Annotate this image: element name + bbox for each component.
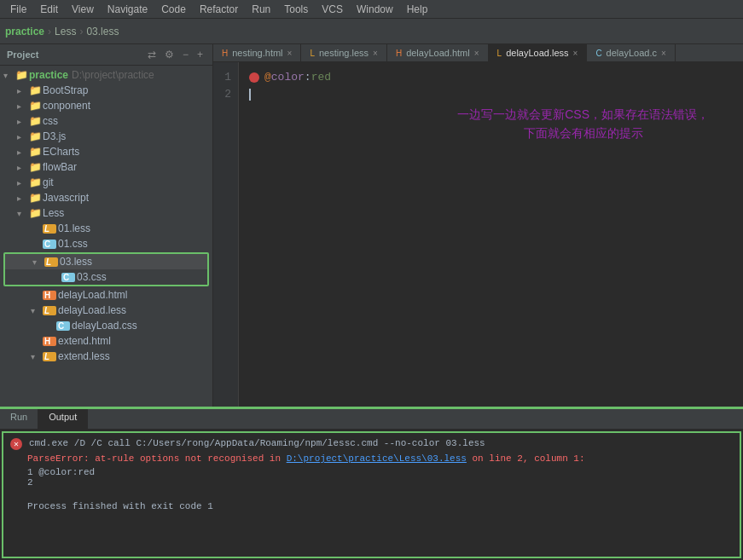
bottom-tab-output[interactable]: Output bbox=[38, 409, 88, 429]
menu-navigate[interactable]: Navigate bbox=[101, 2, 154, 17]
folder-icon-bootstrap: 📁 bbox=[29, 84, 43, 96]
css-icon-01css: C bbox=[43, 240, 56, 249]
tree-item-bootstrap[interactable]: ▸ 📁 BootStrap bbox=[0, 83, 212, 98]
tree-path-practice: D:\project\practice bbox=[72, 69, 154, 81]
tree-item-git[interactable]: ▸ 📁 git bbox=[0, 175, 212, 190]
tab-close-nesting-html[interactable]: × bbox=[287, 49, 293, 58]
folder-icon-flowbar: 📁 bbox=[29, 161, 43, 173]
tree-item-flowbar[interactable]: ▸ 📁 flowBar bbox=[0, 159, 212, 175]
tab-close-delayload-html[interactable]: × bbox=[474, 49, 479, 58]
menu-code[interactable]: Code bbox=[154, 2, 193, 17]
menu-view[interactable]: View bbox=[65, 2, 101, 17]
tree-item-less[interactable]: ▾ 📁 Less bbox=[0, 205, 212, 221]
folder-icon-conponent: 📁 bbox=[29, 100, 43, 112]
tree-label-practice: practice bbox=[29, 69, 68, 81]
tab-delayload-less[interactable]: L delayLoad.less × bbox=[489, 44, 588, 61]
tree-arrow-extendless: ▾ bbox=[31, 352, 43, 361]
menu-edit[interactable]: Edit bbox=[33, 2, 65, 17]
annotation-line1: 一边写一边就会更新CSS，如果存在语法错误， bbox=[457, 105, 709, 124]
folder-icon-practice: 📁 bbox=[15, 69, 29, 81]
tab-label-nesting-html: nesting.html bbox=[232, 48, 282, 58]
tree-arrow-delayloadless: ▾ bbox=[31, 306, 43, 315]
tree-label-git: git bbox=[43, 176, 54, 188]
menu-vcs[interactable]: VCS bbox=[315, 2, 350, 17]
less-icon-03less: L bbox=[44, 257, 58, 267]
tree-arrow-d3js: ▸ bbox=[17, 132, 29, 141]
breadcrumb: practice › Less › 03.less bbox=[5, 26, 119, 38]
html-icon-extendhtml: H bbox=[43, 337, 56, 346]
console-row-2: ParseError: at-rule options not recognis… bbox=[27, 453, 733, 464]
tree-item-javascript[interactable]: ▸ 📁 Javascript bbox=[0, 190, 212, 205]
tree-item-01css[interactable]: ▸ C 01.css bbox=[0, 236, 212, 251]
breadcrumb-project[interactable]: practice bbox=[5, 26, 44, 38]
tree-item-conponent[interactable]: ▸ 📁 conponent bbox=[0, 98, 212, 113]
tree-label-01less: 01.less bbox=[58, 222, 90, 234]
tab-close-delayload-css[interactable]: × bbox=[661, 49, 666, 58]
tree-arrow-bootstrap: ▸ bbox=[17, 86, 29, 95]
less-icon-extendless: L bbox=[43, 352, 56, 361]
editor-area: H nesting.html × L nesting.less × H dela… bbox=[213, 44, 743, 407]
tree-arrow-less: ▾ bbox=[17, 209, 29, 218]
tree-arrow-echarts: ▸ bbox=[17, 147, 29, 157]
tab-nesting-less[interactable]: L nesting.less × bbox=[301, 44, 387, 61]
folder-icon-git: 📁 bbox=[29, 176, 43, 188]
sidebar-sync-btn[interactable]: ⇄ bbox=[145, 48, 159, 61]
console-error-link[interactable]: D:\project\practice\Less\03.less bbox=[287, 453, 467, 464]
menu-refactor[interactable]: Refactor bbox=[193, 2, 245, 17]
sidebar-expand-btn[interactable]: + bbox=[194, 48, 206, 61]
tab-close-nesting-less[interactable]: × bbox=[373, 49, 378, 58]
console-code-line2: 2 bbox=[27, 477, 33, 488]
menu-help[interactable]: Help bbox=[400, 2, 435, 17]
sidebar-gear-btn[interactable]: ⚙ bbox=[162, 48, 177, 61]
tab-delayload-html[interactable]: H delayLoad.html × bbox=[387, 44, 489, 61]
line-numbers: 1 2 bbox=[213, 62, 239, 407]
tree-label-echarts: ECharts bbox=[43, 146, 79, 158]
code-annotation: 一边写一边就会更新CSS，如果存在语法错误， 下面就会有相应的提示 bbox=[457, 105, 709, 143]
tree-arrow-03less: ▾ bbox=[32, 257, 44, 267]
bottom-tab-run[interactable]: Run bbox=[0, 409, 38, 429]
file-tree: ▾ 📁 practice D:\project\practice ▸ 📁 Boo… bbox=[0, 66, 212, 366]
tab-delayload-css[interactable]: C delayLoad.c × bbox=[587, 44, 675, 61]
toolbar: practice › Less › 03.less bbox=[0, 19, 743, 44]
tree-label-conponent: conponent bbox=[43, 100, 90, 112]
tab-label-delayload-css: delayLoad.c bbox=[607, 48, 657, 58]
bottom-tabs: Run Output bbox=[0, 409, 743, 430]
content-area: Project ⇄ ⚙ − + ▾ 📁 practice D:\project\… bbox=[0, 44, 743, 407]
breadcrumb-folder[interactable]: Less bbox=[55, 26, 76, 38]
tree-arrow-flowbar: ▸ bbox=[17, 163, 29, 172]
tree-label-extendless: extend.less bbox=[58, 350, 110, 362]
menu-file[interactable]: File bbox=[3, 2, 33, 17]
tree-item-03css[interactable]: ▸ C 03.css bbox=[5, 269, 207, 285]
tree-item-03less[interactable]: ▾ L 03.less bbox=[5, 254, 207, 269]
breadcrumb-file[interactable]: 03.less bbox=[86, 26, 119, 38]
console-row-exit: Process finished with exit code 1 bbox=[27, 501, 733, 511]
tree-arrow-conponent: ▸ bbox=[17, 101, 29, 111]
tree-item-delayloadcss[interactable]: ▸ C delayLoad.css bbox=[0, 318, 212, 333]
console-error-loc: on line 2, column 1: bbox=[473, 453, 585, 464]
tree-arrow-css: ▸ bbox=[17, 117, 29, 126]
tree-label-flowbar: flowBar bbox=[43, 161, 77, 173]
console-exit-msg: Process finished with exit code 1 bbox=[27, 501, 213, 511]
tree-item-extendless[interactable]: ▾ L extend.less bbox=[0, 349, 212, 364]
menu-window[interactable]: Window bbox=[350, 2, 400, 17]
tree-item-delayloadless[interactable]: ▾ L delayLoad.less bbox=[0, 303, 212, 318]
tree-item-practice[interactable]: ▾ 📁 practice D:\project\practice bbox=[0, 67, 212, 83]
tree-item-extendhtml[interactable]: ▸ H extend.html bbox=[0, 333, 212, 349]
tree-label-less: Less bbox=[43, 207, 64, 219]
code-editor[interactable]: 1 2 @color:red 一边写一边就会更新CSS，如果存在语法错误， 下面… bbox=[213, 62, 743, 407]
tab-nesting-html[interactable]: H nesting.html × bbox=[213, 44, 301, 61]
tree-item-d3js[interactable]: ▸ 📁 D3.js bbox=[0, 129, 212, 144]
tab-icon-nesting-html: H bbox=[222, 49, 228, 58]
tree-item-01less[interactable]: ▸ L 01.less bbox=[0, 221, 212, 236]
folder-icon-echarts: 📁 bbox=[29, 146, 43, 158]
menu-tools[interactable]: Tools bbox=[277, 2, 315, 17]
tree-item-css[interactable]: ▸ 📁 css bbox=[0, 113, 212, 129]
sidebar-collapse-btn[interactable]: − bbox=[180, 48, 191, 61]
tree-label-css: css bbox=[43, 115, 58, 127]
menu-run[interactable]: Run bbox=[245, 2, 277, 17]
tree-item-echarts[interactable]: ▸ 📁 ECharts bbox=[0, 144, 212, 159]
tab-close-delayload-less[interactable]: × bbox=[573, 49, 578, 58]
breadcrumb-sep2: › bbox=[79, 26, 83, 38]
sidebar-header: Project ⇄ ⚙ − + bbox=[0, 44, 212, 66]
tree-item-delayloadhtml[interactable]: ▸ H delayLoad.html bbox=[0, 287, 212, 303]
